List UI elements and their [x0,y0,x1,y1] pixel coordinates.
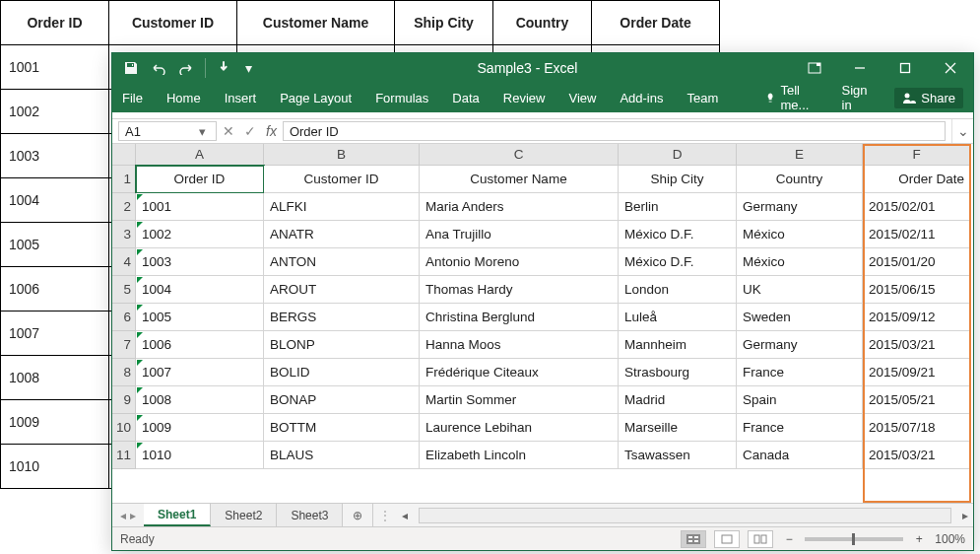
cell-data[interactable]: Thomas Hardy [420,276,619,304]
cell-data[interactable]: 2015/01/20 [863,248,971,276]
cell-header[interactable]: Ship City [619,166,737,193]
normal-view-button[interactable] [681,530,706,548]
cell-data[interactable]: 1001 [136,193,264,221]
cell-data[interactable]: 1004 [136,276,264,304]
cell-data[interactable]: France [737,414,863,442]
zoom-out-button[interactable]: − [781,532,797,546]
fx-icon[interactable]: fx [266,123,277,139]
column-header-F[interactable]: F [863,144,971,166]
cell-data[interactable]: 2015/06/15 [863,276,971,304]
sign-in-link[interactable]: Sign in [842,83,872,112]
cell-data[interactable]: BLAUS [264,442,420,469]
ribbon-display-options-icon[interactable] [792,53,837,83]
column-header-B[interactable]: B [264,144,420,166]
redo-icon[interactable] [177,59,195,77]
cell-data[interactable]: 2015/09/12 [863,304,971,331]
tab-file[interactable]: File [122,91,143,105]
cell-data[interactable]: Luleå [619,304,737,331]
share-button[interactable]: Share [894,88,963,108]
cell-header[interactable]: Order Date [863,166,971,193]
add-sheet-button[interactable]: ⊕ [343,504,372,526]
cell-data[interactable]: Maria Anders [420,193,619,221]
cell-data[interactable]: BLONP [264,331,420,359]
tab-nav-next-icon[interactable]: ▸ [130,509,136,522]
cell-data[interactable]: 2015/05/21 [863,386,971,414]
select-all-corner[interactable] [112,144,136,166]
cell-data[interactable]: Spain [737,386,863,414]
page-layout-view-button[interactable] [714,530,740,548]
tell-me-search[interactable]: Tell me... [765,83,817,112]
tab-insert[interactable]: Insert [225,91,257,105]
column-header-E[interactable]: E [737,144,863,166]
undo-icon[interactable] [150,59,167,77]
cell-data[interactable]: Elizabeth Lincoln [420,442,619,469]
cell-data[interactable]: Mannheim [619,331,737,359]
cell-data[interactable]: BONAP [264,386,420,414]
cell-data[interactable]: Germany [737,193,863,221]
row-header-10[interactable]: 10 [112,414,136,442]
row-header-1[interactable]: 1 [112,166,136,193]
sheet-tab-sheet2[interactable]: Sheet2 [211,504,277,526]
cell-data[interactable]: 2015/03/21 [863,442,971,469]
cell-data[interactable]: Hanna Moos [420,331,619,359]
column-header-C[interactable]: C [420,144,619,166]
cell-data[interactable]: 2015/02/01 [863,193,971,221]
sheet-tab-sheet3[interactable]: Sheet3 [277,504,343,526]
cancel-formula-icon[interactable]: ✕ [223,123,234,139]
column-header-A[interactable]: A [136,144,264,166]
tab-page-layout[interactable]: Page Layout [280,91,352,105]
formula-input[interactable]: Order ID [283,121,946,141]
cell-data[interactable]: Martin Sommer [420,386,619,414]
cell-data[interactable]: Canada [737,442,863,469]
cell-data[interactable]: 1010 [136,442,264,469]
tab-nav-prev-icon[interactable]: ◂ [120,509,126,522]
cell-data[interactable]: 1002 [136,221,264,248]
tab-formulas[interactable]: Formulas [375,91,428,105]
cell-header[interactable]: Customer Name [420,166,619,193]
cell-data[interactable]: Laurence Lebihan [420,414,619,442]
row-header-6[interactable]: 6 [112,304,136,331]
cell-data[interactable]: Tsawassen [619,442,737,469]
hscroll-right-icon[interactable]: ▸ [957,509,973,522]
column-header-D[interactable]: D [619,144,737,166]
cell-header[interactable]: Order ID [136,166,264,193]
row-header-4[interactable]: 4 [112,248,136,276]
row-header-9[interactable]: 9 [112,386,136,414]
sheet-tab-sheet1[interactable]: Sheet1 [144,504,211,526]
zoom-in-button[interactable]: + [911,532,927,546]
cell-data[interactable]: 1006 [136,331,264,359]
cell-data[interactable]: ANTON [264,248,420,276]
cell-header[interactable]: Country [737,166,863,193]
qat-customize-icon[interactable]: ▾ [243,59,253,77]
tab-team[interactable]: Team [686,91,718,105]
hscroll-left-icon[interactable]: ◂ [397,509,413,522]
cell-data[interactable]: BOLID [264,359,420,386]
page-break-view-button[interactable] [748,530,773,548]
minimize-button[interactable] [837,53,882,83]
horizontal-scrollbar[interactable] [419,508,951,523]
cell-data[interactable]: Berlin [619,193,737,221]
row-header-3[interactable]: 3 [112,221,136,248]
cell-data[interactable]: BERGS [264,304,420,331]
tab-home[interactable]: Home [166,91,201,105]
maximize-button[interactable] [882,53,928,83]
worksheet-grid[interactable]: ABCDEF1Order IDCustomer IDCustomer NameS… [112,144,973,503]
cell-header[interactable]: Customer ID [264,166,420,193]
cell-data[interactable]: 2015/07/18 [863,414,971,442]
enter-formula-icon[interactable]: ✓ [244,123,256,139]
cell-data[interactable]: Strasbourg [619,359,737,386]
touch-mode-icon[interactable] [216,59,233,77]
cell-data[interactable]: México D.F. [619,221,737,248]
tab-view[interactable]: View [568,91,596,105]
cell-data[interactable]: México [737,221,863,248]
close-button[interactable] [928,53,973,83]
cell-data[interactable]: 2015/03/21 [863,331,971,359]
cell-data[interactable]: Madrid [619,386,737,414]
cell-data[interactable]: Germany [737,331,863,359]
row-header-8[interactable]: 8 [112,359,136,386]
cell-data[interactable]: Marseille [619,414,737,442]
cell-data[interactable]: 2015/02/11 [863,221,971,248]
cell-data[interactable]: BOTTM [264,414,420,442]
cell-data[interactable]: 1009 [136,414,264,442]
cell-data[interactable]: AROUT [264,276,420,304]
